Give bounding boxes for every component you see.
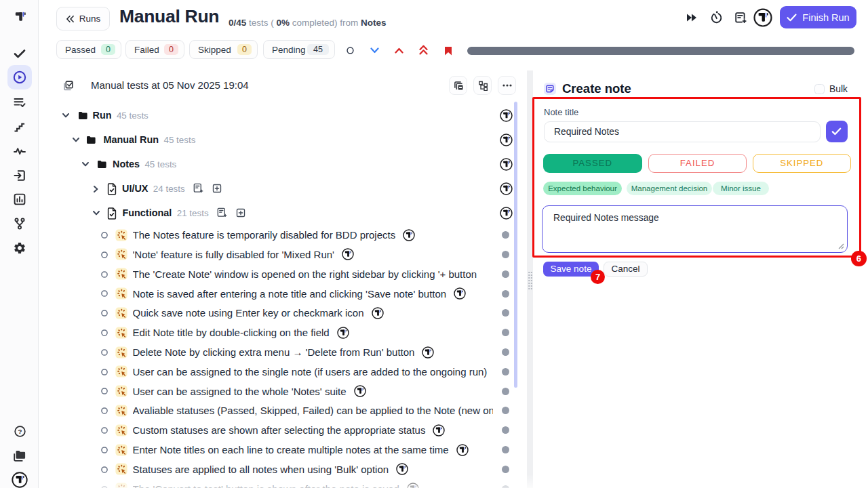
svg-text:?: ? [18,428,22,435]
